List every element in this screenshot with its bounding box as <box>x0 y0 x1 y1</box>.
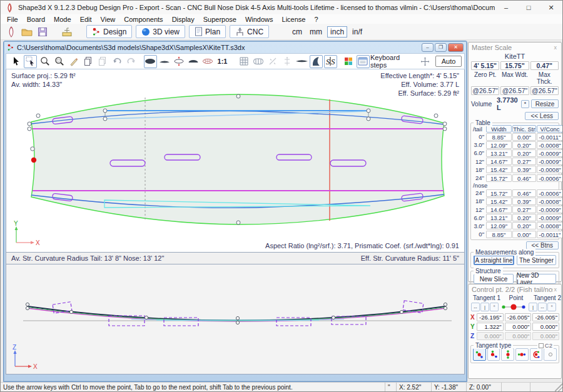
thickness-cell[interactable]: 0.46" <box>512 189 536 197</box>
grid-icon[interactable] <box>238 55 251 68</box>
design-button[interactable]: Design <box>86 25 132 38</box>
z-tangent1-field[interactable]: 0.000" <box>477 332 504 340</box>
tangent-type-none-button[interactable] <box>544 348 557 361</box>
resize-button[interactable]: Resize <box>531 99 559 108</box>
straight-line-button[interactable]: A straight line <box>474 255 514 265</box>
auto-button[interactable]: Auto <box>435 56 462 67</box>
thickness-value[interactable]: 0.47" <box>530 61 559 70</box>
thickness-cell[interactable]: 0.20" <box>512 222 536 229</box>
width-cell[interactable]: 12.09" <box>486 141 512 149</box>
rocker-icon[interactable] <box>295 55 308 68</box>
plan-button[interactable]: Plan <box>189 25 226 38</box>
fin-icon[interactable] <box>310 55 323 68</box>
c2-checkbox[interactable]: C2 <box>537 342 554 349</box>
menu-windows[interactable]: Windows <box>241 16 278 23</box>
zoom-area-tool-icon[interactable] <box>53 55 66 68</box>
width-cell[interactable]: 14.67" <box>486 206 512 213</box>
x-tangent1-field[interactable]: -26.195" <box>477 313 504 321</box>
menu-license[interactable]: License <box>278 16 310 23</box>
vconc-cell[interactable]: -0.0008" <box>537 166 563 173</box>
vconc-cell[interactable]: -0.0011" <box>537 133 563 141</box>
control-point-close-icon[interactable]: x <box>553 286 559 293</box>
y-tangent1-field[interactable]: 1.322" <box>477 323 504 331</box>
unit-cm[interactable]: cm <box>290 27 305 37</box>
menu-display[interactable]: Display <box>168 16 199 23</box>
vconc-cell[interactable]: -0.0008" <box>537 222 563 229</box>
stringer-button[interactable]: The Stringer <box>517 255 556 265</box>
tangent2-vertical-button[interactable]: | <box>529 303 537 311</box>
keyboard-steps-icon[interactable] <box>418 55 432 68</box>
width-cell[interactable]: 13.21" <box>486 214 512 221</box>
x-tangent2-field[interactable]: -26.005" <box>532 313 559 321</box>
menu-mode[interactable]: Mode <box>49 16 76 23</box>
document-restore-button[interactable]: ❐ <box>435 43 447 52</box>
new-3d-layer-button[interactable]: New 3D Layer <box>516 274 556 284</box>
width-cell[interactable]: 15.72" <box>486 189 512 197</box>
properties-panel-icon[interactable] <box>357 55 370 68</box>
vconc-cell[interactable]: -0.0008" <box>537 198 563 205</box>
thickness-cell[interactable]: 0.20" <box>512 214 536 221</box>
width-cell[interactable]: 14.67" <box>486 158 512 165</box>
tangent-type-vertical-button[interactable] <box>501 348 514 361</box>
minimize-button[interactable]: – <box>495 1 517 14</box>
width-value[interactable]: 15.75" <box>500 61 529 70</box>
max-wdt-value[interactable]: @26.57" <box>500 86 529 95</box>
thickness-cell[interactable]: 0.00" <box>512 133 536 141</box>
vconc-cell[interactable]: -0.0006" <box>537 189 563 197</box>
menu-superpose[interactable]: Superpose <box>199 16 241 23</box>
tangent1-vertical-button[interactable]: | <box>480 303 489 311</box>
vconc-cell[interactable]: -0.0009" <box>537 214 563 221</box>
width-cell[interactable]: 8.85" <box>486 133 512 141</box>
vconc-cell[interactable]: -0.0008" <box>537 141 563 149</box>
export-machine-icon[interactable] <box>60 26 74 38</box>
width-cell[interactable]: 15.72" <box>486 174 512 182</box>
vconc-cell[interactable]: -0.0009" <box>537 206 563 213</box>
width-cell[interactable]: 15.42" <box>486 166 512 173</box>
unit-inch[interactable]: inch <box>327 26 347 38</box>
close-button[interactable]: ✕ <box>540 1 562 14</box>
tangent-type-horizontal-button[interactable] <box>515 348 529 361</box>
colors-icon[interactable] <box>342 55 355 68</box>
x-point-field[interactable]: -26.005" <box>505 313 532 321</box>
select-area-tool-icon[interactable] <box>24 55 37 68</box>
outline-view[interactable]: Y X Surface proj.: 5.29 ft² Av. width: 1… <box>6 69 465 253</box>
master-scale-close-icon[interactable]: x <box>553 44 559 51</box>
measure-tool-icon[interactable] <box>67 55 80 68</box>
tangent-type-arc-button[interactable] <box>530 348 543 361</box>
profile-view[interactable]: Z X <box>6 264 465 374</box>
tangent1-length-button[interactable]: -- <box>471 303 480 311</box>
tangent2-length-button[interactable]: -- <box>538 303 547 311</box>
thickness-cell[interactable]: 0.39" <box>512 198 536 205</box>
select-tool-icon[interactable] <box>9 55 23 68</box>
width-cell[interactable]: 8.85" <box>486 231 512 238</box>
paste-icon[interactable] <box>96 55 109 68</box>
star-button[interactable]: * <box>521 100 529 108</box>
vconc-col-button[interactable]: V/Conc <box>537 125 563 133</box>
open-file-icon[interactable] <box>20 26 34 38</box>
tangent-type-angular-button[interactable] <box>487 348 500 361</box>
slices-view-icon[interactable] <box>187 55 200 68</box>
menu-components[interactable]: Components <box>119 16 167 23</box>
maximize-button[interactable]: □ <box>517 1 540 14</box>
thickness-cell[interactable]: 0.39" <box>512 166 536 173</box>
z-tangent2-field[interactable]: 0.000" <box>532 332 559 340</box>
zoom-tool-icon[interactable] <box>38 55 51 68</box>
resize-grip[interactable] <box>555 383 562 391</box>
undo-icon[interactable] <box>110 55 123 68</box>
menu-help[interactable]: ? <box>310 16 322 23</box>
unit-mm[interactable]: mm <box>307 27 325 37</box>
width-cell[interactable]: 13.21" <box>486 149 512 157</box>
thickness-cell[interactable]: 0.00" <box>512 231 536 238</box>
menu-view[interactable]: View <box>96 16 120 23</box>
vconc-cell[interactable]: -0.0009" <box>537 149 563 157</box>
vconc-cell[interactable]: -0.0009" <box>537 158 563 165</box>
redo-icon[interactable] <box>124 55 138 68</box>
wireframe-view-icon[interactable] <box>201 55 215 68</box>
new-board-icon[interactable] <box>4 26 18 38</box>
profile-view-icon[interactable] <box>158 55 171 68</box>
c2-checkbox-box[interactable] <box>539 343 544 348</box>
length-value[interactable]: 4' 5.15" <box>471 61 499 70</box>
save-icon[interactable] <box>36 26 49 38</box>
axes-icon[interactable] <box>281 55 294 68</box>
thickness-cell[interactable]: 0.27" <box>512 206 536 213</box>
